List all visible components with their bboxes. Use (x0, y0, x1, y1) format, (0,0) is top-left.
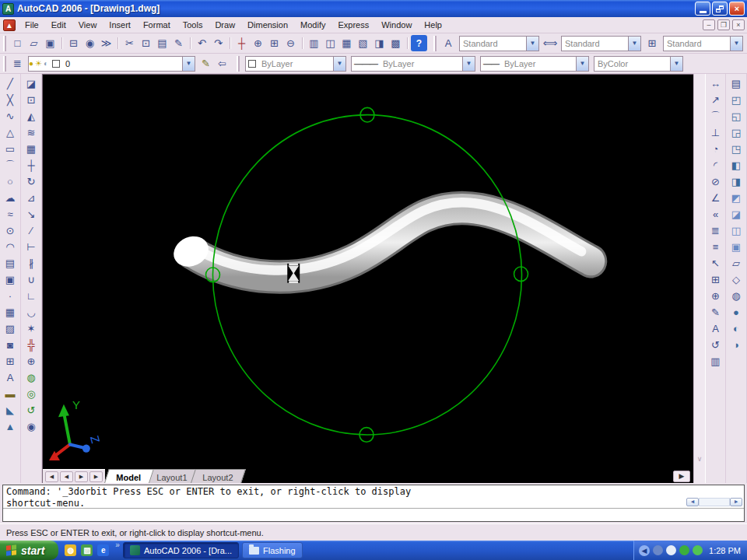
construction-line-button[interactable]: ╳ (2, 92, 19, 108)
copy-button[interactable]: ⊡ (23, 92, 40, 108)
plot-button[interactable]: ⊟ (65, 35, 82, 51)
menu-draw[interactable]: Draw (209, 19, 241, 31)
front-view-button[interactable]: ◧ (728, 157, 745, 173)
point-button[interactable]: ∙ (2, 288, 19, 304)
markup-set-manager-button[interactable]: ◨ (371, 35, 388, 51)
pictures-quicklaunch-icon[interactable]: ▨ (81, 544, 93, 556)
chamfer-button[interactable]: ∟ (23, 288, 40, 304)
cut-button[interactable]: ✂ (121, 35, 138, 51)
new-button[interactable]: □ (9, 35, 26, 51)
command-history[interactable]: Command: '_3dorbit Press ESC or ENTER to… (3, 485, 744, 509)
last-tab-button[interactable]: ▶ (89, 471, 103, 482)
table-style-combo[interactable]: Standard▼ (663, 36, 743, 51)
tray-icon-document[interactable] (666, 545, 676, 555)
prev-tab-button[interactable]: ◀ (60, 471, 73, 482)
tool-palettes-button[interactable]: ▦ (338, 35, 355, 51)
3d-continuous-orbit-button[interactable]: ◎ (23, 386, 40, 402)
linear-dimension-button[interactable]: ↔ (707, 75, 724, 92)
3d-wireframe-button[interactable]: ◇ (728, 271, 745, 288)
dim-style-icon[interactable]: ⟺ (542, 35, 559, 51)
ordinate-dimension-button[interactable]: ⊥ (707, 124, 724, 141)
hatch-button[interactable]: ▦ (2, 304, 19, 320)
named-views-button[interactable]: ▤ (728, 75, 745, 92)
linetype-control-combo[interactable]: ——— ByLayer ▼ (351, 56, 475, 72)
child-minimize-button[interactable]: – (703, 19, 715, 30)
menu-window[interactable]: Window (375, 19, 418, 31)
multiline-text-button[interactable]: A (2, 369, 19, 386)
aligned-dimension-button[interactable]: ↗ (707, 92, 724, 108)
browser-quicklaunch-icon[interactable]: ◍ (65, 544, 76, 556)
text-style-combo[interactable]: Standard▼ (459, 36, 539, 51)
gradient-button[interactable]: ▨ (2, 320, 19, 337)
mirror-button[interactable]: ◭ (23, 108, 40, 124)
toolbar-grip[interactable] (237, 56, 240, 72)
layer-previous-button[interactable]: ⇦ (214, 55, 230, 72)
sheet-set-manager-button[interactable]: ▧ (355, 35, 371, 51)
scroll-right-button[interactable]: ▶ (730, 498, 742, 506)
undo-button[interactable]: ↶ (194, 35, 210, 51)
layer-combo[interactable]: ● ☀ ◐ 0 ▼ (28, 56, 195, 72)
2d-wireframe-button[interactable]: ▱ (728, 255, 745, 271)
redo-button[interactable]: ↷ (210, 35, 226, 51)
back-view-button[interactable]: ◨ (728, 173, 745, 190)
first-tab-button[interactable]: ◀ (45, 471, 58, 482)
menu-help[interactable]: Help (418, 19, 448, 31)
top-view-button[interactable]: ◰ (728, 92, 745, 108)
layer-properties-manager-button[interactable]: ≣ (9, 55, 26, 72)
region-button[interactable]: ◙ (2, 337, 19, 353)
pan-button[interactable]: ╬ (23, 337, 40, 353)
extend-button[interactable]: ⊢ (23, 239, 40, 255)
internet-explorer-quicklaunch-icon[interactable]: e (97, 544, 109, 556)
open-button[interactable]: ▱ (26, 35, 42, 51)
zoom-button[interactable]: ⊕ (23, 353, 40, 369)
lineweight-control-combo[interactable]: —— ByLayer ▼ (480, 56, 589, 72)
arc-length-dimension-button[interactable]: ⌒ (707, 108, 724, 124)
quick-dimension-button[interactable]: « (707, 206, 724, 222)
tray-icon-messenger[interactable] (693, 545, 703, 555)
text-style-icon[interactable]: A (440, 35, 457, 51)
dim-style-combo[interactable]: Standard▼ (561, 36, 641, 51)
circle-button[interactable]: ○ (2, 173, 19, 190)
menu-insert[interactable]: Insert (103, 19, 137, 31)
dimension-update-button[interactable]: ↺ (707, 337, 724, 353)
save-button[interactable]: ▣ (42, 35, 58, 51)
minimize-button[interactable] (695, 2, 710, 16)
3d-orbit-button[interactable]: ◍ (23, 369, 40, 386)
publish-button[interactable]: ≫ (98, 35, 114, 51)
paste-button[interactable]: ▤ (154, 35, 170, 51)
child-restore-button[interactable]: ❐ (717, 19, 730, 30)
center-mark-button[interactable]: ⊕ (707, 288, 724, 304)
diameter-dimension-button[interactable]: ⊘ (707, 173, 724, 190)
menu-express[interactable]: Express (331, 19, 375, 31)
angular-dimension-button[interactable]: ∠ (707, 190, 724, 206)
camera-button[interactable]: ◉ (23, 418, 40, 435)
line-button[interactable]: ╱ (2, 75, 19, 92)
stretch-button[interactable]: ↘ (23, 206, 40, 222)
zoom-window-button[interactable]: ⊞ (266, 35, 282, 51)
menu-modify[interactable]: Modify (294, 19, 331, 31)
solids-box-button[interactable]: ▬ (2, 386, 19, 402)
match-properties-button[interactable]: ✎ (170, 35, 187, 51)
menu-tools[interactable]: Tools (177, 19, 209, 31)
jogged-dimension-button[interactable]: ◜ (707, 157, 724, 173)
help-button[interactable]: ? (411, 35, 427, 51)
quick-leader-button[interactable]: ↖ (707, 255, 724, 271)
conceptual-visual-style-button[interactable]: ◐ (728, 320, 745, 337)
taskbar-task[interactable]: AutoCAD 2006 - [Dra... (123, 542, 239, 558)
shaded-button[interactable]: ◑ (728, 337, 745, 353)
plotstyle-control-combo[interactable]: ByColor ▼ (594, 56, 683, 72)
dimension-text-edit-button[interactable]: A (707, 320, 724, 337)
properties-button[interactable]: ▥ (306, 35, 322, 51)
chevron-down-icon[interactable]: ▼ (182, 57, 195, 71)
join-button[interactable]: ∪ (23, 271, 40, 288)
zoom-previous-button[interactable]: ⊖ (282, 35, 299, 51)
close-button[interactable]: × (729, 2, 745, 16)
chevron-down-icon[interactable]: ▼ (670, 57, 682, 71)
ne-isometric-view-button[interactable]: ◫ (728, 222, 745, 239)
realistic-visual-style-button[interactable]: ● (728, 304, 745, 320)
polyline-button[interactable]: ∿ (2, 108, 19, 124)
menu-dimension[interactable]: Dimension (241, 19, 294, 31)
solids-cone-button[interactable]: ▲ (2, 418, 19, 435)
pan-realtime-button[interactable]: ┼ (233, 35, 250, 51)
toolbar-grip[interactable] (433, 36, 437, 51)
